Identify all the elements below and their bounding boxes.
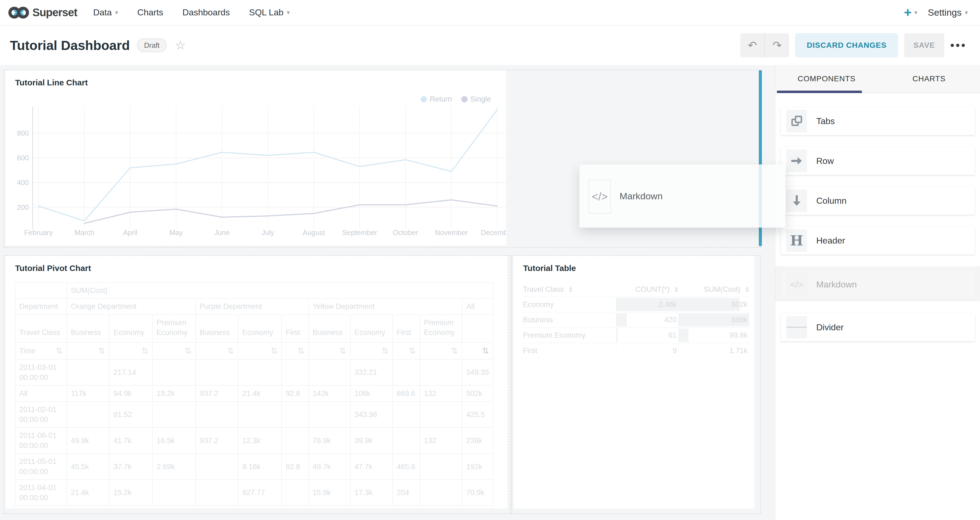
cell-value: 2.46k xyxy=(659,300,678,309)
column-header-label: Travel Class xyxy=(523,285,565,294)
y-axis-label: 200 xyxy=(17,203,29,211)
sidebar-draggable-divider[interactable]: Divider xyxy=(781,313,975,341)
tab-components[interactable]: COMPONENTS xyxy=(775,65,878,92)
y-axis-label: 400 xyxy=(17,178,29,187)
cell-bar xyxy=(678,344,679,357)
pivot-value-cell xyxy=(282,359,309,385)
pivot-time-label: Time xyxy=(19,346,35,356)
sidebar-draggable-tabs[interactable]: Tabs xyxy=(781,107,975,135)
pivot-value-cell: 49.7k xyxy=(309,453,350,480)
column-header[interactable]: SUM(Cost) xyxy=(678,282,749,296)
markdown-icon: </> xyxy=(786,273,807,296)
pivot-value-cell xyxy=(196,480,238,506)
pivot-group-header: All xyxy=(462,298,493,314)
pivot-value-cell xyxy=(196,453,238,480)
sidebar-item-label: Divider xyxy=(816,322,844,333)
undo-button[interactable]: ↶ xyxy=(740,33,765,57)
pivot-value-cell: 343.98 xyxy=(350,402,393,428)
pivot-time-value: 2011-02-01 00:00:00 xyxy=(15,402,67,428)
chevron-down-icon: ▾ xyxy=(287,9,290,16)
sort-icon[interactable]: ⇅ xyxy=(67,342,109,360)
sort-icon[interactable]: ⇅ xyxy=(393,342,420,360)
cell-value: Economy xyxy=(523,300,555,309)
cell-value: Premium Economy xyxy=(523,331,587,339)
x-axis-label: July xyxy=(262,228,274,237)
sidebar-draggable-header[interactable]: HHeader xyxy=(781,227,975,255)
pivot-value-cell xyxy=(153,402,196,428)
column-header[interactable]: COUNT(*) xyxy=(616,282,678,296)
save-button[interactable]: SAVE xyxy=(904,33,944,57)
favorite-star-icon[interactable]: ☆ xyxy=(175,39,186,51)
sort-icon[interactable]: ⇅ xyxy=(153,342,196,360)
sidebar-item-markdown: </>Markdown xyxy=(775,266,980,301)
sort-icon[interactable]: ⇅ xyxy=(309,342,350,360)
pivot-value-cell: 217.14 xyxy=(109,359,153,385)
tab-charts[interactable]: CHARTS xyxy=(878,65,980,92)
sidebar-draggable-row[interactable]: Row xyxy=(781,147,975,175)
pivot-metric-header: SUM(Cost) xyxy=(67,282,493,298)
redo-button[interactable]: ↷ xyxy=(765,33,789,57)
nav-item-data[interactable]: Data▾ xyxy=(93,8,118,17)
sort-icon[interactable] xyxy=(745,287,749,292)
sidebar-item-label: Row xyxy=(816,156,834,166)
pivot-value-cell xyxy=(282,428,309,453)
pivot-value-cell: 465.6 xyxy=(393,453,420,480)
series-line-single xyxy=(84,200,497,224)
sort-icon[interactable]: ⇅ xyxy=(420,342,462,360)
more-options-icon[interactable]: ••• xyxy=(950,39,967,52)
pivot-value-cell: 549.35 xyxy=(462,359,493,385)
pivot-value-cell xyxy=(393,402,420,428)
nav-item-sql-lab[interactable]: SQL Lab▾ xyxy=(249,8,290,17)
sort-icon[interactable]: ⇅ xyxy=(196,342,238,360)
sort-icon[interactable] xyxy=(675,287,678,292)
table-row: 2011-04-01 00:00:0021.4k15.2k927.7715.9k… xyxy=(15,480,493,506)
sort-icon[interactable]: ⇅ xyxy=(109,342,153,360)
sort-icon[interactable]: ⇅ xyxy=(350,342,393,360)
sidebar-item-column: Column xyxy=(775,187,980,215)
superset-logo[interactable]: Superset xyxy=(8,6,77,19)
table-row: First91.71k xyxy=(523,342,750,358)
nav-item-label: Dashboards xyxy=(183,8,230,17)
sort-icon[interactable]: ⇅ xyxy=(238,342,282,360)
table-chart-card[interactable]: Tutorial Table Travel ClassCOUNT(*)SUM(C… xyxy=(514,256,754,509)
sort-icon[interactable]: ⇅ xyxy=(462,342,493,360)
pivot-value-cell: 47.7k xyxy=(350,453,393,480)
chevron-down-icon: ▾ xyxy=(115,9,118,16)
pivot-value-cell xyxy=(238,359,282,385)
markdown-drag-ghost[interactable]: </> Markdown xyxy=(579,165,786,228)
nav-item-charts[interactable]: Charts xyxy=(137,8,163,17)
data-table: Travel ClassCOUNT(*)SUM(Cost)Economy2.46… xyxy=(523,282,750,358)
pivot-column-header: First xyxy=(282,315,309,342)
y-axis-label: 800 xyxy=(17,129,29,137)
pivot-value-cell: 92.6 xyxy=(282,385,309,401)
new-item-button[interactable]: + ▾ xyxy=(904,6,917,19)
discard-changes-button[interactable]: DISCARD CHANGES xyxy=(795,33,898,57)
x-axis-label: June xyxy=(214,228,230,237)
sort-icon[interactable]: ⇅ xyxy=(56,346,63,357)
sidebar-draggable-column[interactable]: Column xyxy=(781,187,975,215)
cell-bar xyxy=(678,329,689,342)
pivot-column-header: Premium Economy xyxy=(420,315,462,342)
settings-menu[interactable]: Settings ▾ xyxy=(928,7,968,18)
nav-item-dashboards[interactable]: Dashboards xyxy=(183,8,230,17)
x-axis-label: October xyxy=(393,228,418,237)
column-header[interactable]: Travel Class xyxy=(523,282,616,296)
pivot-value-cell: 937.2 xyxy=(196,428,238,453)
x-axis-label: September xyxy=(342,228,377,237)
table-row: 2011-03-01 00:00:00217.14332.21549.35 xyxy=(15,359,493,385)
tabs-icon xyxy=(786,110,807,132)
pivot-value-cell: 238k xyxy=(462,428,493,453)
pivot-chart-card[interactable]: Tutorial Pivot Chart SUM(Cost)Department… xyxy=(5,256,508,509)
sidebar-item-row: Row xyxy=(775,147,980,175)
pivot-value-cell: 669.6 xyxy=(393,385,420,401)
pivot-value-cell xyxy=(309,402,350,428)
sidebar-draggable-markdown[interactable]: </>Markdown xyxy=(781,270,975,298)
pivot-time-header[interactable]: Time⇅ xyxy=(15,342,67,360)
line-chart-card[interactable]: Tutorial Line Chart ReturnSingle Februar… xyxy=(5,70,506,246)
sort-icon[interactable] xyxy=(569,287,573,292)
pivot-value-cell: 502k xyxy=(462,385,493,401)
page-title[interactable]: Tutorial Dashboard xyxy=(10,38,130,53)
top-navbar: Superset Data▾ChartsDashboardsSQL Lab▾ +… xyxy=(0,0,980,25)
cell-value: 9 xyxy=(673,347,678,355)
sort-icon[interactable]: ⇅ xyxy=(282,342,309,360)
